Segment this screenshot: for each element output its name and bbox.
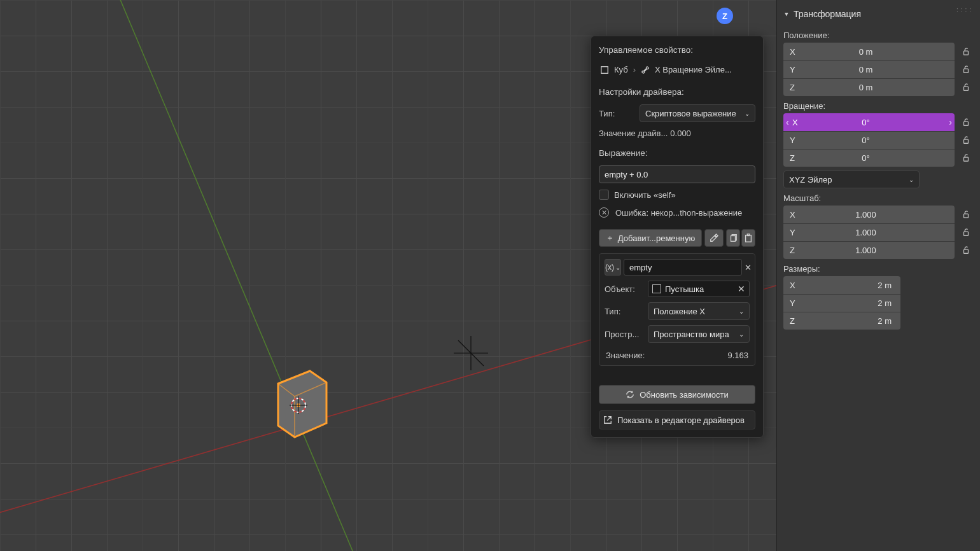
use-self-label: Включить «self» (614, 190, 676, 200)
transform-panel: :::: ▸ Трансформация Положение: X0 m Y0 … (776, 0, 980, 551)
location-y-field[interactable]: Y0 m (783, 60, 955, 78)
dimensions-heading: Размеры: (783, 264, 974, 274)
variable-value-label: Значение: (606, 351, 645, 360)
expression-heading: Выражение: (599, 148, 755, 158)
variable-space-select[interactable]: Пространство мира⌄ (648, 325, 750, 343)
rotation-z-field[interactable]: Z0° (783, 149, 955, 167)
error-icon: ✕ (599, 207, 609, 218)
scale-z-field[interactable]: Z1.000 (783, 241, 955, 259)
variable-value: 9.163 (727, 351, 748, 360)
location-x-lock[interactable] (958, 44, 974, 59)
svg-rect-20 (964, 157, 969, 161)
rotation-heading: Вращение: (783, 101, 974, 111)
variable-type-select[interactable]: (x)⌄ (605, 259, 621, 276)
dimension-y-field[interactable]: Y2 m (783, 294, 900, 312)
refresh-icon (626, 390, 634, 399)
dimension-z-field[interactable]: Z2 m (783, 312, 900, 330)
scale-y-lock[interactable] (958, 225, 974, 240)
driven-property-name: X Вращение Эйле... (655, 65, 732, 74)
svg-rect-22 (964, 232, 969, 235)
eyedropper-icon (710, 234, 718, 242)
driver-settings-heading: Настройки драйвера: (599, 87, 755, 97)
scale-heading: Масштаб: (783, 193, 974, 203)
update-dependencies-button[interactable]: Обновить зависимости (599, 385, 755, 404)
cube-object[interactable] (272, 365, 333, 441)
variable-name-input[interactable] (624, 259, 742, 276)
remove-variable-button[interactable]: ✕ (745, 259, 752, 276)
transform-panel-title[interactable]: ▸ Трансформация (783, 5, 974, 25)
svg-rect-17 (964, 87, 969, 90)
scale-x-lock[interactable] (958, 207, 974, 222)
svg-line-1 (118, 0, 356, 551)
driven-object-name: Куб (614, 65, 628, 74)
variable-object-field[interactable]: Пустышка ✕ (648, 281, 750, 297)
driver-type-select[interactable]: Скриптовое выражение⌄ (640, 104, 755, 122)
svg-rect-18 (964, 122, 969, 125)
driver-value: 0.000 (670, 129, 691, 138)
driven-property-heading: Управляемое свойство: (599, 45, 755, 55)
variable-transform-type-select[interactable]: Положение X⌄ (648, 302, 750, 320)
add-variable-button[interactable]: ＋Добавит...ременную (599, 229, 702, 247)
scale-y-field[interactable]: Y1.000 (783, 223, 955, 241)
location-heading: Положение: (783, 31, 974, 40)
scale-x-field[interactable]: X1.000 (783, 206, 955, 223)
location-z-field[interactable]: Z0 m (783, 78, 955, 96)
expression-error: ✕ Ошибка: некор...thon-выражение (599, 207, 755, 218)
mesh-icon (600, 66, 609, 74)
expression-input[interactable] (599, 165, 755, 183)
driver-editor-popup: Управляемое свойство: Куб › X Вращение Э… (591, 36, 764, 438)
driven-property-path[interactable]: Куб › X Вращение Эйле... (599, 62, 755, 77)
chevron-right-icon: › (633, 65, 636, 74)
rotation-z-lock[interactable] (958, 150, 974, 165)
navigation-gizmo[interactable]: Z (717, 8, 733, 24)
scale-z-lock[interactable] (958, 242, 974, 258)
svg-rect-16 (964, 69, 969, 73)
svg-rect-12 (731, 236, 736, 242)
gizmo-z-axis[interactable]: Z (717, 8, 733, 24)
paste-icon (744, 234, 753, 242)
rotation-y-lock[interactable] (958, 132, 974, 148)
show-in-driver-editor-button[interactable]: Показать в редакторе драйверов (599, 410, 755, 429)
svg-rect-21 (964, 214, 969, 218)
svg-rect-13 (746, 235, 752, 242)
variable-space-label: Простр... (605, 330, 643, 339)
variable-object-label: Объект: (605, 284, 643, 294)
clear-object-button[interactable]: ✕ (738, 284, 745, 294)
svg-rect-15 (964, 51, 969, 55)
location-y-lock[interactable] (958, 62, 974, 77)
rotation-mode-select[interactable]: XYZ Эйлер⌄ (783, 171, 920, 188)
svg-rect-23 (964, 249, 969, 253)
panel-drag-handle[interactable]: :::: (956, 6, 974, 13)
dimension-x-field[interactable]: X2 m (783, 276, 900, 294)
variable-type-label: Тип: (605, 307, 643, 316)
driver-variable: (x)⌄ ✕ Объект: Пустышка ✕ Тип: Положение… (599, 253, 755, 366)
rotation-x-field[interactable]: X0° (783, 113, 955, 131)
bone-icon (641, 66, 650, 74)
svg-marker-5 (278, 371, 326, 437)
svg-rect-11 (601, 66, 608, 73)
svg-rect-19 (964, 139, 969, 143)
location-z-lock[interactable] (958, 80, 974, 95)
paste-variables-button[interactable] (741, 229, 755, 247)
driver-value-label: Значение драйв... (599, 129, 668, 138)
collapse-icon: ▸ (783, 12, 791, 16)
rotation-y-field[interactable]: Y0° (783, 131, 955, 149)
use-self-checkbox[interactable] (599, 190, 609, 200)
location-x-field[interactable]: X0 m (783, 43, 955, 60)
driver-type-label: Тип: (599, 109, 634, 118)
empty-object[interactable] (449, 331, 493, 375)
rotation-x-lock[interactable] (958, 115, 974, 130)
eyedropper-button[interactable] (704, 229, 724, 247)
object-icon (652, 284, 661, 293)
external-link-icon (603, 415, 612, 424)
copy-variables-button[interactable] (726, 229, 740, 247)
copy-icon (729, 234, 738, 242)
